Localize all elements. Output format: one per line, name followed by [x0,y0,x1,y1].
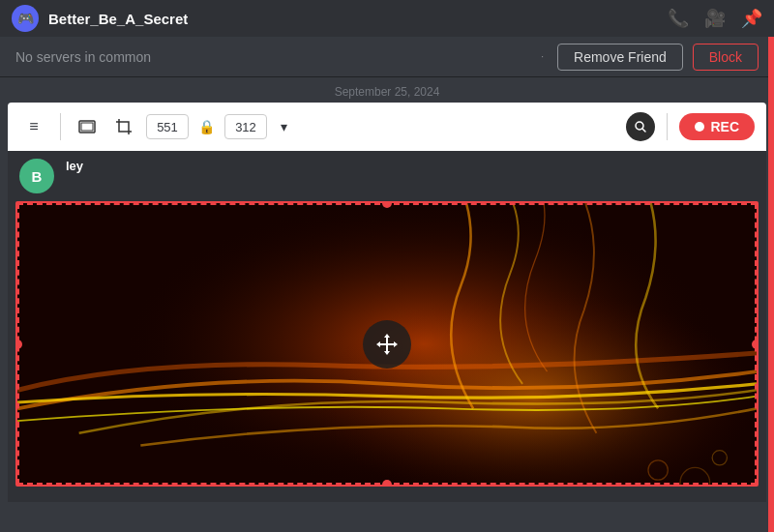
handle-bottom[interactable] [382,480,392,485]
separator: · [541,51,544,62]
video-icon[interactable]: 🎥 [704,8,726,29]
action-bar: No servers in common · Remove Friend Blo… [0,37,774,77]
search-button[interactable] [626,112,655,141]
phone-icon[interactable]: 📞 [668,8,689,29]
selected-image[interactable] [15,201,759,487]
crop-button[interactable] [109,112,138,141]
title-bar-icons: 📞 🎥 📌 [668,8,762,29]
rec-button[interactable]: REC [679,113,755,140]
no-servers-text: No servers in common [15,49,527,65]
divider-2 [667,113,668,140]
height-input[interactable] [224,114,267,139]
handle-right[interactable] [752,340,757,349]
date-separator: September 25, 2024 [0,77,774,103]
screenshot-toolbar: ≡ 🔒 ▾ REC [8,103,766,151]
chat-username: ley [66,159,83,173]
pin-icon[interactable]: 📌 [741,8,762,29]
username-title: Better_Be_A_Secret [48,11,658,27]
discord-logo: 🎮 [12,5,39,32]
title-bar: 🎮 Better_Be_A_Secret 📞 🎥 📌 [0,0,774,37]
content-area: B ley [8,151,766,502]
avatar: B [19,159,54,193]
image-container[interactable] [15,201,759,487]
svg-rect-1 [81,123,93,131]
block-button[interactable]: Block [693,44,759,71]
dropdown-button[interactable]: ▾ [275,115,293,138]
move-icon[interactable] [363,320,411,369]
lock-icon: 🔒 [198,119,215,134]
screen-capture-button[interactable] [73,112,102,141]
layout-icon-button[interactable]: ≡ [19,112,48,141]
rec-dot [695,122,704,132]
rec-label: REC [710,119,739,134]
divider-1 [60,113,61,140]
width-input[interactable] [146,114,189,139]
chat-message: B ley [8,151,766,201]
image-background [17,203,757,485]
scrollbar[interactable] [768,37,774,532]
avatar-initial: B [32,168,43,185]
date-text: September 25, 2024 [335,85,440,99]
remove-friend-button[interactable]: Remove Friend [557,44,683,71]
